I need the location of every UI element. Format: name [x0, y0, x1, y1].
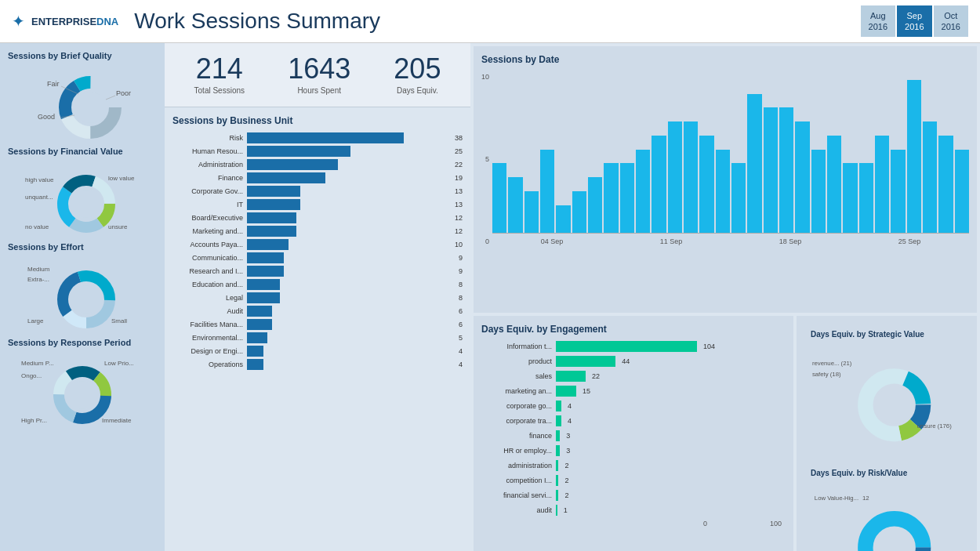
date-buttons[interactable]: Aug2016 Sep2016 Oct2016: [861, 5, 968, 38]
bu-bar-track: [247, 279, 452, 290]
engagement-bar-chart: Information t... 104 product 44 sales 22…: [481, 341, 786, 517]
engagement-bar-label: financial servi...: [481, 491, 552, 499]
bu-bar-label: Corporate Gov...: [172, 187, 243, 195]
engagement-bar-fill: [556, 490, 558, 501]
bu-bar-value: 4: [459, 347, 463, 355]
engagement-bar-value: 4: [568, 417, 572, 425]
bu-bar-value: 13: [455, 201, 463, 208]
date-sep-btn[interactable]: Sep2016: [897, 5, 931, 38]
svg-text:Medium: Medium: [27, 266, 50, 273]
engagement-bar-fill: [556, 445, 560, 456]
risk-value-title: Days Equiv. by Risk/Value: [811, 469, 963, 477]
bu-bar-track: [247, 239, 448, 250]
date-bar: [859, 163, 873, 233]
engagement-bar-row: HR or employ... 3: [481, 445, 786, 456]
svg-line-8: [106, 96, 115, 100]
risk-value-section: Days Equiv. by Risk/Value Low Value-Hig.…: [804, 462, 969, 551]
bu-bar-fill: [247, 306, 272, 317]
svg-point-4: [74, 92, 106, 123]
bu-bar-value: 8: [459, 281, 463, 288]
date-bar: [620, 163, 634, 233]
svg-text:Large: Large: [27, 317, 44, 324]
engagement-bar-row: audit 1: [481, 505, 786, 516]
engagement-bar-row: financial servi... 2: [481, 490, 786, 501]
bu-bar-label: Design or Engi...: [172, 347, 243, 355]
bu-bar-track: [247, 359, 452, 370]
date-bar: [747, 94, 761, 233]
bu-bar-value: 6: [459, 307, 463, 315]
bu-bar-label: Facilities Mana...: [172, 321, 243, 328]
bu-bar-track: [247, 226, 448, 237]
engagement-bar-value: 4: [568, 402, 572, 410]
bu-bar-fill: [247, 172, 325, 183]
bu-bar-track: [247, 346, 452, 357]
date-oct-btn[interactable]: Oct2016: [934, 5, 968, 38]
engagement-bar-row: corporate tra... 4: [481, 415, 786, 426]
engagement-bar-value: 2: [564, 491, 568, 499]
bu-bar-fill: [247, 212, 296, 223]
sidebar: Sessions by Brief Quality Fair Poor Good: [0, 43, 165, 551]
dna-icon: ✦: [12, 12, 25, 31]
svg-point-26: [72, 285, 100, 314]
engagement-bar-value: 44: [622, 357, 630, 365]
response-period-section: Sessions by Response Period Medium P... …: [8, 338, 157, 430]
bu-bar-row: Operations 4: [172, 359, 463, 370]
strategic-value-section: Days Equiv. by Strategic Value revenue..…: [804, 324, 969, 459]
bu-bar-track: [247, 292, 452, 303]
response-period-title: Sessions by Response Period: [8, 338, 157, 347]
bu-bar-value: 25: [455, 147, 463, 155]
bu-bar-value: 12: [455, 214, 463, 222]
date-bar: [938, 136, 953, 233]
bu-bar-label: Marketing and...: [172, 227, 243, 235]
header: ✦ ENTERPRISEDNA Work Sessions Summary Au…: [0, 0, 980, 43]
bu-bar-track: [247, 306, 452, 317]
brief-quality-title: Sessions by Brief Quality: [8, 51, 157, 60]
date-bar: [604, 163, 618, 233]
date-bar: [716, 150, 730, 233]
bu-bar-fill: [247, 186, 300, 197]
engagement-bar-value: 22: [592, 372, 600, 380]
svg-point-16: [72, 190, 100, 218]
engagement-bar-fill: [556, 460, 558, 471]
bu-bar-value: 5: [459, 334, 463, 342]
sessions-bu-title: Sessions by Business Unit: [172, 115, 463, 126]
engagement-bar-label: HR or employ...: [481, 447, 552, 455]
engagement-bar-value: 1: [564, 506, 568, 514]
engagement-bar-label: Information t...: [481, 343, 552, 350]
date-bar: [955, 150, 969, 233]
svg-text:high value: high value: [25, 176, 54, 183]
bu-bar-label: Administration: [172, 161, 243, 169]
bu-bar-fill: [247, 279, 280, 290]
bu-bar-row: Marketing and... 12: [172, 226, 463, 237]
stats-row: 214 Total Sessions 1643 Hours Spent 205 …: [165, 43, 470, 107]
engagement-bar-label: competition I...: [481, 477, 552, 484]
financial-value-chart: high value low value unquant... no value…: [8, 160, 157, 238]
bu-bar-value: 10: [455, 241, 463, 248]
bu-bar-row: Administration 22: [172, 159, 463, 170]
sessions-by-date-title: Sessions by Date: [481, 54, 969, 65]
bu-bar-label: Accounts Paya...: [172, 241, 243, 248]
bu-bar-value: 6: [459, 321, 463, 328]
sessions-bu-section: Sessions by Business Unit Risk 38 Human …: [165, 107, 470, 378]
bu-bar-track: [247, 319, 452, 330]
date-bar: [684, 121, 698, 233]
sessions-by-date: Sessions by Date 10 5 0 04 Sep 11 Sep 18…: [474, 46, 977, 313]
date-bar: [907, 80, 921, 233]
svg-text:Immediate: Immediate: [102, 417, 132, 424]
bu-bar-value: 12: [455, 227, 463, 235]
bu-bar-row: Accounts Paya... 10: [172, 239, 463, 250]
bu-bar-row: Human Resou... 25: [172, 146, 463, 157]
days-equiv-value: 205: [394, 55, 441, 83]
date-bar: [540, 150, 554, 233]
svg-text:Extra-...: Extra-...: [27, 276, 49, 283]
effort-title: Sessions by Effort: [8, 242, 157, 252]
hours-spent-value: 1643: [288, 55, 350, 83]
days-equiv-stat: 205 Days Equiv.: [394, 55, 441, 95]
bu-bar-row: Board/Executive 12: [172, 212, 463, 223]
engagement-bar-label: corporate tra...: [481, 417, 552, 425]
bu-bar-fill: [247, 292, 280, 303]
bu-bar-row: Facilities Mana... 6: [172, 319, 463, 330]
date-aug-btn[interactable]: Aug2016: [861, 5, 895, 38]
bu-bar-fill: [247, 199, 300, 210]
engagement-bar-fill: [556, 356, 615, 367]
